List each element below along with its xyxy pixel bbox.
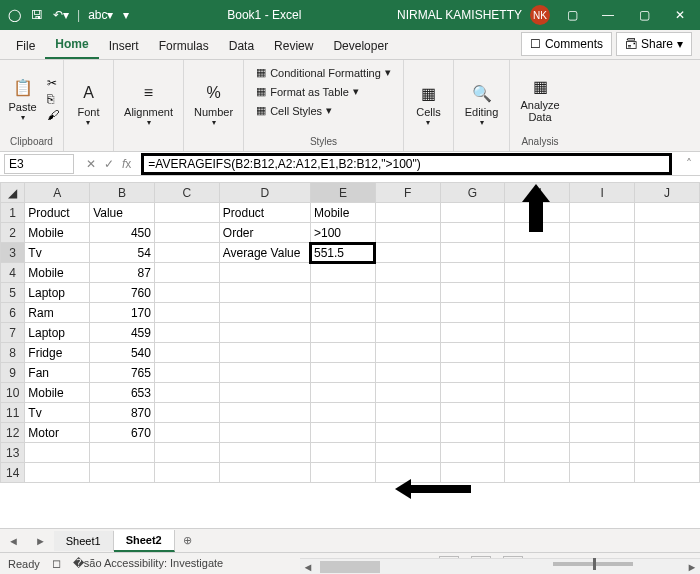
tab-file[interactable]: File [6, 33, 45, 59]
col-H[interactable]: H [505, 183, 570, 203]
format-as-table-button[interactable]: ▦Format as Table ▾ [256, 83, 359, 100]
alignment-button[interactable]: ≡Alignment▾ [120, 80, 177, 129]
expand-formula-icon[interactable]: ˄ [678, 157, 700, 171]
paste-button[interactable]: 📋 Paste▾ [4, 75, 40, 124]
cell[interactable]: >100 [310, 223, 375, 243]
col-G[interactable]: G [440, 183, 505, 203]
new-sheet-button[interactable]: ⊕ [175, 534, 200, 547]
qat-customize-icon[interactable]: ▾ [121, 6, 131, 24]
format-painter-icon[interactable]: 🖌 [47, 108, 59, 122]
row-10[interactable]: 10 [1, 383, 25, 403]
col-B[interactable]: B [90, 183, 155, 203]
cell[interactable]: Average Value [219, 243, 310, 263]
col-I[interactable]: I [570, 183, 635, 203]
cell[interactable]: 459 [90, 323, 155, 343]
col-F[interactable]: F [375, 183, 440, 203]
cell[interactable]: Mobile [25, 383, 90, 403]
cell[interactable]: Mobile [25, 263, 90, 283]
row-12[interactable]: 12 [1, 423, 25, 443]
formula-input[interactable]: =AVERAGEIFS(B2:B12,A2:A12,E1,B2:B12,">10… [141, 153, 672, 175]
copy-icon[interactable]: ⎘ [47, 92, 59, 106]
cell[interactable]: Order [219, 223, 310, 243]
tab-data[interactable]: Data [219, 33, 264, 59]
undo-icon[interactable]: ↶▾ [51, 6, 71, 24]
cell[interactable]: 760 [90, 283, 155, 303]
cell[interactable]: Laptop [25, 323, 90, 343]
autosave-toggle[interactable]: ◯ [6, 6, 23, 24]
cell[interactable]: Product [25, 203, 90, 223]
share-button[interactable]: 🖆 Share ▾ [616, 32, 692, 56]
tab-insert[interactable]: Insert [99, 33, 149, 59]
row-6[interactable]: 6 [1, 303, 25, 323]
worksheet[interactable]: ◢ A B C D E F G H I J 1 Product Value Pr… [0, 182, 700, 528]
name-box[interactable] [4, 154, 74, 174]
fx-icon[interactable]: fx [122, 157, 131, 171]
avatar[interactable]: NK [530, 5, 550, 25]
conditional-formatting-button[interactable]: ▦Conditional Formatting ▾ [256, 64, 391, 81]
col-E[interactable]: E [310, 183, 375, 203]
cell[interactable]: Mobile [310, 203, 375, 223]
row-3[interactable]: 3 [1, 243, 25, 263]
cell-styles-button[interactable]: ▦Cell Styles ▾ [256, 102, 332, 119]
cell[interactable]: 54 [90, 243, 155, 263]
cell[interactable]: Mobile [25, 223, 90, 243]
row-1[interactable]: 1 [1, 203, 25, 223]
row-11[interactable]: 11 [1, 403, 25, 423]
cancel-formula-icon[interactable]: ✕ [86, 157, 96, 171]
horizontal-scrollbar[interactable]: ◄► [300, 558, 700, 574]
cells-button[interactable]: ▦Cells▾ [412, 80, 444, 129]
row-8[interactable]: 8 [1, 343, 25, 363]
zoom-slider[interactable] [553, 562, 633, 566]
cell[interactable]: Fridge [25, 343, 90, 363]
analyze-data-button[interactable]: ▦AnalyzeData [516, 73, 563, 125]
cell[interactable]: Motor [25, 423, 90, 443]
cell[interactable]: 870 [90, 403, 155, 423]
cell[interactable]: 670 [90, 423, 155, 443]
cut-icon[interactable]: ✂ [47, 76, 59, 90]
minimize-icon[interactable]: — [594, 5, 622, 25]
row-5[interactable]: 5 [1, 283, 25, 303]
ribbon-display-icon[interactable]: ▢ [558, 5, 586, 25]
col-J[interactable]: J [635, 183, 700, 203]
number-button[interactable]: %Number▾ [190, 80, 237, 129]
cell[interactable]: 170 [90, 303, 155, 323]
cell[interactable]: Fan [25, 363, 90, 383]
col-C[interactable]: C [154, 183, 219, 203]
cell[interactable]: Tv [25, 243, 90, 263]
cell[interactable]: Laptop [25, 283, 90, 303]
row-14[interactable]: 14 [1, 463, 25, 483]
font-button[interactable]: AFont▾ [73, 80, 103, 129]
enter-formula-icon[interactable]: ✓ [104, 157, 114, 171]
accessibility-status[interactable]: �são Accessibility: Investigate [73, 557, 223, 570]
cell[interactable]: Ram [25, 303, 90, 323]
row-2[interactable]: 2 [1, 223, 25, 243]
col-A[interactable]: A [25, 183, 90, 203]
sheet-nav-next[interactable]: ► [27, 535, 54, 547]
cell[interactable]: 87 [90, 263, 155, 283]
cell[interactable]: Value [90, 203, 155, 223]
cell[interactable]: 653 [90, 383, 155, 403]
save-icon[interactable]: 🖫 [29, 6, 45, 24]
tab-developer[interactable]: Developer [323, 33, 398, 59]
row-13[interactable]: 13 [1, 443, 25, 463]
comments-button[interactable]: ☐ Comments [521, 32, 612, 56]
sheet-tab-2[interactable]: Sheet2 [114, 530, 175, 552]
tab-home[interactable]: Home [45, 31, 98, 59]
sheet-tab-1[interactable]: Sheet1 [54, 531, 114, 551]
col-D[interactable]: D [219, 183, 310, 203]
macro-record-icon[interactable]: ◻ [52, 557, 61, 570]
editing-button[interactable]: 🔍Editing▾ [461, 80, 503, 129]
redo-icon[interactable]: abc▾ [86, 6, 115, 24]
tab-formulas[interactable]: Formulas [149, 33, 219, 59]
cell[interactable]: 450 [90, 223, 155, 243]
sheet-nav-prev[interactable]: ◄ [0, 535, 27, 547]
select-all[interactable]: ◢ [1, 183, 25, 203]
cell[interactable]: Tv [25, 403, 90, 423]
maximize-icon[interactable]: ▢ [630, 5, 658, 25]
row-9[interactable]: 9 [1, 363, 25, 383]
tab-review[interactable]: Review [264, 33, 323, 59]
cell[interactable]: 540 [90, 343, 155, 363]
cell[interactable]: Product [219, 203, 310, 223]
row-7[interactable]: 7 [1, 323, 25, 343]
close-icon[interactable]: ✕ [666, 5, 694, 25]
